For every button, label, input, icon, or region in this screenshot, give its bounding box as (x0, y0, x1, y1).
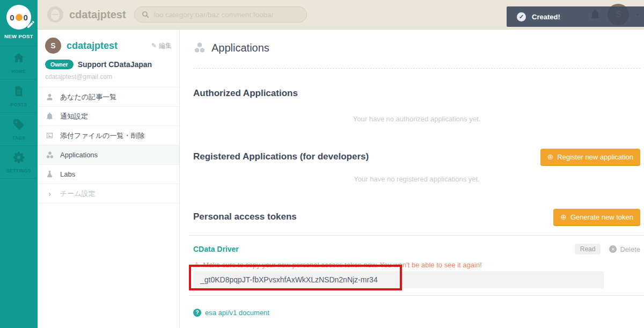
menu-item-label: あなたの記事一覧 (60, 92, 116, 102)
toast-message: Created! (532, 13, 560, 21)
menu-item-your-posts[interactable]: あなたの記事一覧 (38, 87, 179, 106)
token-row: CData Driver Read ✕ Delete (193, 243, 640, 255)
token-warning: ⚠ Make sure to copy your new personal ac… (193, 260, 640, 269)
divider (193, 68, 640, 69)
edit-label: 編集 (159, 41, 172, 50)
sidebar-item-posts[interactable]: POSTS (0, 79, 38, 112)
registered-applications-title: Registered Applications (for developers) (193, 151, 369, 162)
chevron-right-icon: › (45, 189, 54, 198)
generate-new-token-button[interactable]: ⊕ Generate new token (553, 209, 640, 225)
menu-item-label: 添付ファイルの一覧・削除 (60, 131, 145, 141)
close-circle-icon: ✕ (609, 245, 617, 253)
profile-avatar: S (45, 38, 61, 54)
esa-logo: 0 0 (6, 5, 31, 30)
page-title: Applications (211, 42, 269, 54)
new-post-button[interactable]: 0 0 NEW POST (0, 0, 38, 39)
pencil-icon: ✎ (151, 42, 157, 49)
search-box[interactable] (134, 6, 307, 23)
menu-item-notification-settings[interactable]: 通知設定 (38, 106, 179, 126)
sidebar-item-home[interactable]: HOME (0, 46, 38, 79)
token-name: CData Driver (193, 245, 239, 253)
plus-circle-icon: ⊕ (547, 153, 554, 161)
profile-card: S cdatajptest ✎ 編集 Owner Support CDataJa… (38, 30, 179, 87)
button-label: Generate new token (570, 213, 633, 221)
profile-display-name: Support CDataJapan (78, 60, 152, 69)
menu-item-labs[interactable]: Labs (38, 164, 179, 184)
delete-label: Delete (620, 245, 640, 253)
edit-profile-link[interactable]: ✎ 編集 (151, 41, 172, 50)
menu-item-label: 通知設定 (60, 112, 88, 121)
posts-icon (13, 85, 25, 100)
warning-triangle-icon: ⚠ (193, 260, 200, 269)
pencil-icon (26, 20, 35, 31)
settings-sidebar: S cdatajptest ✎ 編集 Owner Support CDataJa… (38, 30, 180, 328)
question-circle-icon: ? (193, 309, 201, 317)
main-content: Applications Authorized Applications You… (180, 30, 644, 328)
button-label: Register new application (557, 153, 633, 161)
egg-icon (51, 9, 60, 20)
token-scope-badge: Read (575, 244, 601, 254)
flask-icon (45, 170, 54, 178)
settings-menu: あなたの記事一覧 通知設定 添付ファイルの一覧・削除 Applications … (38, 87, 179, 203)
user-icon (45, 93, 54, 101)
menu-item-team-settings[interactable]: › チーム設定 (38, 184, 179, 203)
team-avatar[interactable] (47, 6, 63, 23)
profile-screen-name: cdatajptest (67, 40, 118, 52)
role-badge: Owner (45, 60, 74, 69)
applications-cubes-icon (193, 41, 206, 54)
new-post-label: NEW POST (0, 33, 38, 39)
delete-token-button[interactable]: ✕ Delete (609, 245, 640, 253)
menu-item-label: Applications (60, 151, 98, 159)
cubes-icon (45, 151, 54, 159)
search-icon (141, 10, 150, 19)
logo-beak-icon (16, 14, 23, 21)
team-name[interactable]: cdatajptest (69, 9, 126, 21)
settings-gear-icon (12, 151, 25, 166)
bell-icon (45, 112, 54, 120)
tags-icon (12, 118, 25, 133)
app-sidebar: 0 0 NEW POST HOME POSTS TAGS (0, 0, 38, 328)
authorized-empty-message: Your have no authorized applications yet… (193, 115, 640, 123)
register-new-application-button[interactable]: ⊕ Register new application (540, 149, 640, 165)
menu-item-applications[interactable]: Applications (38, 145, 179, 164)
authorized-applications-title: Authorized Applications (193, 88, 640, 99)
logo-eye-left: 0 (10, 13, 14, 22)
search-input[interactable] (153, 11, 300, 19)
personal-access-tokens-title: Personal access tokens (193, 212, 297, 222)
divider (189, 235, 644, 236)
sidebar-item-label: HOME (11, 69, 26, 74)
sidebar-item-settings[interactable]: SETTINGS (0, 145, 38, 179)
menu-item-attachments[interactable]: 添付ファイルの一覧・削除 (38, 126, 179, 145)
image-icon (45, 132, 54, 140)
warning-text: Make sure to copy your new personal acce… (203, 261, 482, 269)
doc-link-label: esa api/v1 document (205, 309, 269, 317)
sidebar-item-label: TAGS (12, 135, 26, 141)
plus-circle-icon: ⊕ (560, 213, 567, 221)
check-circle-icon: ✓ (517, 12, 526, 21)
token-value[interactable]: _gt0KD8pqpJT-fbXPvsxhfAxWkXLzNSDn2nNjz-m… (193, 271, 604, 288)
profile-email: cdatajptest@gmail.com (45, 73, 172, 81)
home-icon (12, 52, 26, 67)
avatar-initial: S (50, 41, 55, 50)
registered-empty-message: Your have no registered applications yet… (193, 175, 640, 184)
api-doc-link[interactable]: ? esa api/v1 document (193, 309, 269, 317)
divider (189, 295, 644, 296)
menu-item-label: Labs (60, 170, 75, 178)
toast-notification: ✓ Created! (507, 6, 644, 27)
sidebar-item-tags[interactable]: TAGS (0, 112, 38, 145)
sidebar-item-label: SETTINGS (6, 168, 31, 173)
menu-item-label: チーム設定 (60, 189, 96, 199)
sidebar-item-label: POSTS (11, 102, 27, 107)
